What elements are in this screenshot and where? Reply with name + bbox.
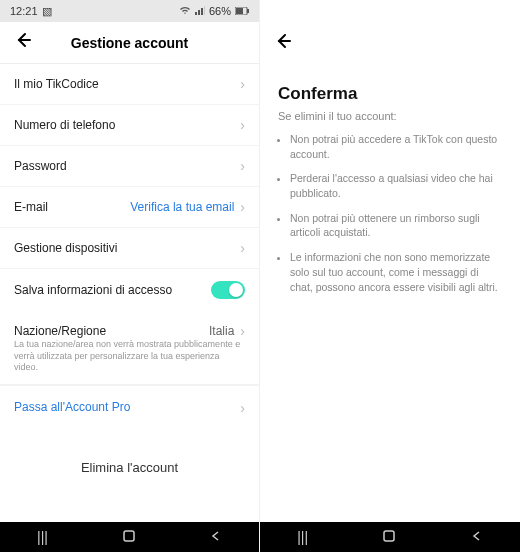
nav-back-icon[interactable] <box>210 529 222 545</box>
page-title: Gestione account <box>0 35 259 51</box>
confirm-bullets: Non potrai più accedere a TikTok con que… <box>260 132 520 293</box>
phone-left: 12:21 ▧ 66% Gestione account Il mio TikC… <box>0 0 260 552</box>
bullet-item: Non potrai più ottenere un rimborso sugl… <box>290 211 502 240</box>
status-time: 12:21 <box>10 5 38 17</box>
region-subtitle: La tua nazione/area non verrà mostrata p… <box>0 339 259 385</box>
chevron-right-icon: › <box>240 117 245 133</box>
wifi-icon <box>179 5 191 17</box>
chevron-right-icon: › <box>240 76 245 92</box>
status-bar: 12:21 ▧ 66% <box>0 0 259 22</box>
svg-rect-2 <box>201 8 203 15</box>
row-label: Salva informazioni di accesso <box>14 283 172 297</box>
back-button[interactable] <box>14 31 32 54</box>
confirm-subtitle: Se elimini il tuo account: <box>260 110 520 132</box>
back-button[interactable] <box>274 32 292 55</box>
row-email[interactable]: E-mail Verifica la tua email › <box>0 187 259 228</box>
save-login-toggle[interactable] <box>211 281 245 299</box>
bullet-item: Non potrai più accedere a TikTok con que… <box>290 132 502 161</box>
row-label: Nazione/Regione <box>14 324 106 338</box>
nav-home-icon[interactable] <box>122 529 136 546</box>
nav-recent-icon[interactable]: ||| <box>297 529 308 545</box>
pro-link-text: Passa all'Account Pro <box>14 400 130 416</box>
svg-rect-6 <box>247 9 249 13</box>
settings-list: Il mio TikCodice › Numero di telefono › … <box>0 64 259 522</box>
svg-rect-8 <box>384 531 394 541</box>
row-password[interactable]: Password › <box>0 146 259 187</box>
nav-recent-icon[interactable]: ||| <box>37 529 48 545</box>
row-label: Il mio TikCodice <box>14 77 99 91</box>
row-label: Password <box>14 159 67 173</box>
region-value: Italia › <box>209 323 245 339</box>
svg-rect-3 <box>204 6 205 15</box>
delete-account-link[interactable]: Elimina l'account <box>0 430 259 495</box>
nav-back-icon[interactable] <box>471 529 483 545</box>
row-devices[interactable]: Gestione dispositivi › <box>0 228 259 269</box>
email-verify-link[interactable]: Verifica la tua email › <box>130 199 245 215</box>
confirm-content: Conferma Se elimini il tuo account: Non … <box>260 64 520 293</box>
svg-rect-0 <box>195 12 197 15</box>
row-save-login[interactable]: Salva informazioni di accesso <box>0 269 259 311</box>
phone-right: Conferma Se elimini il tuo account: Non … <box>260 0 520 552</box>
battery-icon <box>235 5 249 17</box>
email-verify-text: Verifica la tua email <box>130 200 234 214</box>
svg-rect-7 <box>124 531 134 541</box>
confirm-title: Conferma <box>260 64 520 110</box>
battery-text: 66% <box>209 5 231 17</box>
svg-rect-1 <box>198 10 200 15</box>
status-bar-spacer <box>260 0 520 22</box>
android-nav-bar: ||| <box>260 522 520 552</box>
svg-rect-5 <box>236 8 243 14</box>
chevron-right-icon: › <box>240 199 245 215</box>
signal-icon <box>195 5 205 17</box>
header-left: Gestione account <box>0 22 259 64</box>
chevron-right-icon: › <box>240 400 245 416</box>
row-phone[interactable]: Numero di telefono › <box>0 105 259 146</box>
bullet-item: Le informazioni che non sono memorizzate… <box>290 250 502 293</box>
nav-home-icon[interactable] <box>382 529 396 546</box>
chevron-right-icon: › <box>240 240 245 256</box>
row-pro-account[interactable]: Passa all'Account Pro › <box>0 385 259 430</box>
row-label: Numero di telefono <box>14 118 115 132</box>
header-right <box>260 22 520 64</box>
chevron-right-icon: › <box>240 158 245 174</box>
picture-icon: ▧ <box>42 5 52 18</box>
row-tikcode[interactable]: Il mio TikCodice › <box>0 64 259 105</box>
bullet-item: Perderai l'accesso a qualsiasi video che… <box>290 171 502 200</box>
row-label: Gestione dispositivi <box>14 241 117 255</box>
row-label: E-mail <box>14 200 48 214</box>
region-text: Italia <box>209 324 234 338</box>
android-nav-bar: ||| <box>0 522 259 552</box>
chevron-right-icon: › <box>240 323 245 339</box>
